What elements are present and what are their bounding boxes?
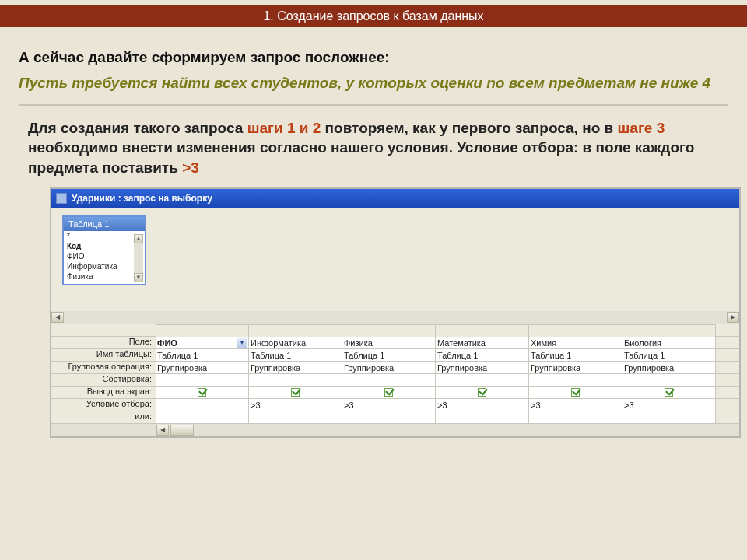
field-cell-0[interactable]: ФИО▾ <box>156 337 249 348</box>
instr-part-1: Для создания такого запроса <box>28 120 247 136</box>
cond-cell-4[interactable]: >3 <box>529 399 622 411</box>
checkbox-show-3[interactable] <box>478 388 486 397</box>
hscroll-track[interactable] <box>64 312 727 323</box>
sort-cell-3[interactable] <box>436 374 529 386</box>
query-design-top-pane: Таблица 1 * Код ФИО Информатика Физика ▲… <box>51 208 739 324</box>
show-cell-2[interactable] <box>342 387 436 398</box>
instr-hl-step3: шаге 3 <box>618 120 665 136</box>
group-cell-5[interactable]: Группировка <box>622 362 716 373</box>
group-cell-0[interactable]: Группировка <box>156 362 249 373</box>
checkbox-show-1[interactable] <box>291 388 300 397</box>
sort-cell-1[interactable] <box>249 374 342 386</box>
row-label-field: Поле: <box>51 337 156 348</box>
field-row-informatika[interactable]: Информатика <box>64 261 145 271</box>
checkbox-show-2[interactable] <box>384 388 393 397</box>
hscroll-left-icon[interactable]: ◀ <box>51 312 64 323</box>
group-cell-3[interactable]: Группировка <box>436 362 529 373</box>
table-cell-5[interactable]: Таблица 1 <box>622 349 716 361</box>
grid-scroll-thumb[interactable] <box>170 425 194 436</box>
field-row-key[interactable]: Код <box>64 241 145 251</box>
field-cell-4[interactable]: Химия <box>529 337 622 348</box>
instr-hl-gt3: >3 <box>182 159 199 176</box>
sort-cell-5[interactable] <box>622 374 716 386</box>
grid-hscroll[interactable]: ◀ <box>51 424 739 436</box>
or-cell-2[interactable] <box>342 411 436 423</box>
show-cell-3[interactable] <box>436 387 529 398</box>
row-label-table: Имя таблицы: <box>51 349 156 361</box>
lead-text: А сейчас давайте сформируем запрос посло… <box>19 49 728 66</box>
row-show: Вывод на экран: <box>51 387 739 399</box>
field-row-fizika[interactable]: Физика <box>64 271 145 282</box>
top-pane-hscroll[interactable]: ◀ ▶ <box>51 311 739 324</box>
instr-part-2: повторяем, как у первого запроса, но в <box>321 120 617 136</box>
table-cell-0[interactable]: Таблица 1 <box>156 349 249 361</box>
scroll-up-icon[interactable]: ▲ <box>134 234 143 243</box>
table-cell-2[interactable]: Таблица 1 <box>342 349 436 361</box>
cond-cell-1[interactable]: >3 <box>249 399 342 411</box>
access-query-window: Ударники : запрос на выборку Таблица 1 *… <box>50 187 741 438</box>
field-row-fio[interactable]: ФИО <box>64 251 145 261</box>
field-cell-2[interactable]: Физика <box>342 337 436 348</box>
divider <box>19 104 728 106</box>
window-icon <box>56 193 67 204</box>
or-cell-5[interactable] <box>622 411 716 423</box>
show-cell-0[interactable] <box>156 387 249 398</box>
field-cell-1[interactable]: Информатика <box>249 337 342 348</box>
col-select-5[interactable] <box>622 324 716 337</box>
field-row-star[interactable]: * <box>64 231 145 241</box>
sort-cell-0[interactable] <box>156 374 249 386</box>
row-cond: Условие отбора: >3 >3 >3 >3 >3 <box>51 399 739 411</box>
col-select-4[interactable] <box>529 324 622 337</box>
window-titlebar: Ударники : запрос на выборку <box>51 189 739 208</box>
checkbox-show-4[interactable] <box>571 388 580 397</box>
instr-part-3: необходимо внести изменения согласно наш… <box>28 139 694 176</box>
listbox-scrollbar[interactable]: ▲ ▼ <box>134 234 143 282</box>
table-cell-3[interactable]: Таблица 1 <box>436 349 529 361</box>
scroll-down-icon[interactable]: ▼ <box>134 273 143 282</box>
row-sort: Сортировка: <box>51 374 739 387</box>
table-source-box[interactable]: Таблица 1 * Код ФИО Информатика Физика ▲… <box>62 215 146 285</box>
grid-scroll-left-icon[interactable]: ◀ <box>156 425 169 436</box>
sort-cell-2[interactable] <box>342 374 436 386</box>
row-label-show: Вывод на экран: <box>51 387 156 398</box>
row-or: или: <box>51 411 739 424</box>
show-cell-4[interactable] <box>529 387 622 398</box>
checkbox-show-0[interactable] <box>198 388 206 397</box>
cond-cell-5[interactable]: >3 <box>622 399 716 411</box>
dropdown-icon[interactable]: ▾ <box>237 338 247 348</box>
col-select-3[interactable] <box>436 324 529 337</box>
table-field-list[interactable]: * Код ФИО Информатика Физика <box>64 231 145 284</box>
instruction-text: Для создания такого запроса шаги 1 и 2 п… <box>28 118 719 178</box>
show-cell-5[interactable] <box>622 387 716 398</box>
hscroll-right-icon[interactable]: ▶ <box>727 312 739 323</box>
group-cell-1[interactable]: Группировка <box>249 362 342 373</box>
table-cell-1[interactable]: Таблица 1 <box>249 349 342 361</box>
table-cell-4[interactable]: Таблица 1 <box>529 349 622 361</box>
cond-cell-0[interactable] <box>156 399 249 411</box>
row-label-cond: Условие отбора: <box>51 399 156 411</box>
row-field: Поле: ФИО▾ Информатика Физика Математика… <box>51 337 739 349</box>
field-cell-5[interactable]: Биология <box>622 337 716 348</box>
checkbox-show-5[interactable] <box>665 388 673 397</box>
col-select-2[interactable] <box>342 324 436 337</box>
slide-header: 1. Создание запросов к базам данных <box>0 5 747 27</box>
field-cell-3[interactable]: Математика <box>436 337 529 348</box>
show-cell-1[interactable] <box>249 387 342 398</box>
group-cell-2[interactable]: Группировка <box>342 362 436 373</box>
or-cell-0[interactable] <box>156 411 249 423</box>
cond-cell-3[interactable]: >3 <box>436 399 529 411</box>
grid-header-blank <box>51 324 156 336</box>
group-cell-4[interactable]: Группировка <box>529 362 622 373</box>
or-cell-4[interactable] <box>529 411 622 423</box>
instr-hl-steps12: шаги 1 и 2 <box>247 120 321 136</box>
task-text: Пусть требуется найти всех студентов, у … <box>19 74 728 93</box>
col-select-0[interactable] <box>156 324 249 337</box>
cond-cell-2[interactable]: >3 <box>342 399 436 411</box>
row-group: Групповая операция: Группировка Группиро… <box>51 362 739 374</box>
row-label-sort: Сортировка: <box>51 374 156 386</box>
table-box-title: Таблица 1 <box>64 217 145 231</box>
col-select-1[interactable] <box>249 324 342 337</box>
sort-cell-4[interactable] <box>529 374 622 386</box>
or-cell-1[interactable] <box>249 411 342 423</box>
or-cell-3[interactable] <box>436 411 529 423</box>
